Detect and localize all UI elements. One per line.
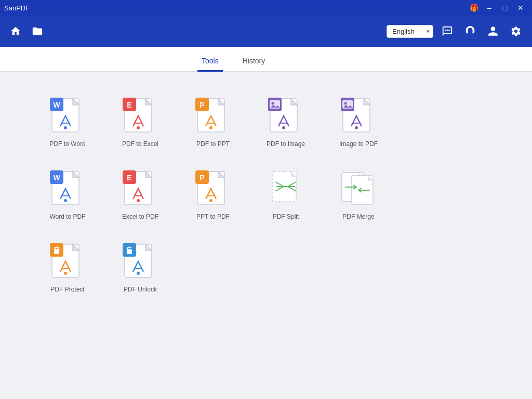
svg-rect-46 [54,249,59,254]
svg-point-19 [272,102,274,105]
main-content: W PDF to Word E PDF to Excel [0,72,532,399]
tool-svg-pdf-to-word: W [50,98,85,139]
svg-point-0 [445,30,446,31]
svg-point-25 [344,102,347,105]
tab-bar: Tools History [0,47,532,72]
tool-svg-pdf-to-image [268,98,303,139]
tool-row-0: W PDF to Word E PDF to Excel [31,87,501,155]
svg-point-2 [448,30,450,31]
tool-item-pdf-unlock[interactable]: PDF Unlock [104,233,177,300]
tool-svg-pdf-unlock [123,243,158,285]
tool-svg-pdf-to-excel: E [123,98,158,139]
tools-grid: W PDF to Word E PDF to Excel [31,87,501,305]
svg-point-47 [64,272,67,275]
svg-text:E: E [127,101,131,109]
svg-text:W: W [53,174,60,182]
tool-svg-word-to-pdf: W [50,170,85,212]
tab-tools[interactable]: Tools [197,51,223,72]
svg-point-30 [64,199,67,202]
tool-item-pdf-to-ppt[interactable]: P PDF to PPT [177,87,249,155]
tool-label-pdf-protect: PDF Protect [50,286,84,293]
tool-item-pdf-to-excel[interactable]: E PDF to Excel [104,87,177,155]
tool-label-image-to-pdf: Image to PDF [339,140,378,148]
tool-label-pdf-to-image: PDF to Image [267,140,305,148]
tool-svg-ppt-to-pdf: P [195,170,231,212]
gear-icon [510,25,522,37]
tool-item-pdf-to-word[interactable]: W PDF to Word [31,87,104,155]
account-button[interactable] [484,22,502,40]
tool-svg-excel-to-pdf: E [123,170,158,212]
tool-label-pdf-to-excel: PDF to Excel [122,140,158,148]
toolbar: English 中文 Français Deutsch [0,16,532,47]
home-button[interactable] [7,23,24,39]
tool-svg-pdf-merge [341,170,376,212]
folder-icon [32,25,43,37]
tool-row-1: W Word to PDF E Excel to PDF [31,160,501,228]
svg-point-38 [209,199,212,202]
tool-label-pdf-unlock: PDF Unlock [124,286,157,293]
tool-item-excel-to-pdf[interactable]: E Excel to PDF [104,160,177,228]
window-controls: 🎁 – □ ✕ [467,2,528,14]
account-icon [487,25,499,37]
gift-button[interactable]: 🎁 [467,2,481,14]
headset-icon [464,25,476,37]
close-button[interactable]: ✕ [513,2,528,14]
tool-item-word-to-pdf[interactable]: W Word to PDF [31,160,104,228]
home-icon [10,25,21,37]
tool-svg-image-to-pdf [341,98,376,139]
open-folder-button[interactable] [29,23,46,39]
tool-svg-pdf-split [268,170,303,212]
tool-svg-pdf-to-ppt: P [195,98,231,139]
maximize-button[interactable]: □ [498,2,512,14]
tool-label-excel-to-pdf: Excel to PDF [122,213,158,220]
settings-button[interactable] [507,22,525,40]
svg-point-6 [64,126,67,129]
svg-point-1 [447,30,448,31]
svg-text:P: P [200,101,204,109]
svg-text:E: E [127,174,131,182]
svg-point-20 [282,126,285,129]
tool-label-pdf-merge: PDF Merge [342,213,374,220]
chat-icon [442,25,453,37]
svg-point-10 [137,126,140,129]
svg-point-26 [355,126,358,129]
language-select[interactable]: English 中文 Français Deutsch [387,25,433,38]
tool-item-pdf-merge[interactable]: PDF Merge [322,160,395,228]
app-title: SanPDF [4,4,30,12]
svg-rect-51 [127,249,132,254]
tool-item-pdf-protect[interactable]: PDF Protect [31,233,104,300]
svg-point-52 [137,272,140,275]
svg-point-14 [209,126,212,129]
tool-label-pdf-to-word: PDF to Word [49,140,85,148]
tool-item-image-to-pdf[interactable]: Image to PDF [322,87,395,155]
minimize-button[interactable]: – [482,2,497,14]
titlebar: SanPDF 🎁 – □ ✕ [0,0,532,16]
tool-row-2: PDF Protect PDF Unlock [31,233,501,300]
tool-item-pdf-split[interactable]: PDF Split [249,160,322,228]
svg-text:W: W [53,101,60,109]
tab-history[interactable]: History [238,51,270,72]
svg-text:P: P [200,174,204,182]
chat-button[interactable] [438,22,456,40]
tool-item-ppt-to-pdf[interactable]: P PPT to PDF [177,160,249,228]
language-selector-wrapper: English 中文 Français Deutsch [387,25,433,38]
tool-item-pdf-to-image[interactable]: PDF to Image [249,87,322,155]
tool-svg-pdf-protect [50,243,85,285]
svg-point-34 [137,199,140,202]
tool-label-pdf-split: PDF Split [273,213,299,220]
tool-label-word-to-pdf: Word to PDF [49,213,85,220]
tool-label-ppt-to-pdf: PPT to PDF [196,213,230,220]
headset-button[interactable] [461,22,479,40]
tool-label-pdf-to-ppt: PDF to PPT [196,140,230,148]
